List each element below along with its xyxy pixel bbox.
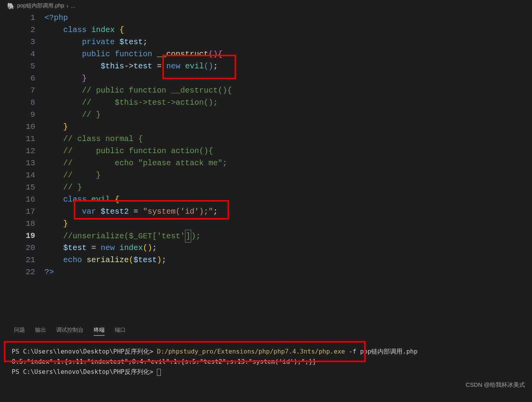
code-line: echo serialize($test); — [44, 254, 532, 266]
line-number: 8 — [0, 96, 35, 109]
terminal-prompt: PS C:\Users\lenovo\Desktop\PHP反序列化> — [12, 368, 157, 375]
code-line: var $test2 = "system('id');"; — [44, 205, 532, 218]
bottom-panel: 问题 输出 调试控制台 终端 端口 PS C:\Users\lenovo\Des… — [0, 327, 532, 377]
line-number: 11 — [0, 133, 35, 145]
code-line: // class normal { — [44, 133, 532, 145]
code-line: } — [44, 72, 532, 84]
code-line: private $test; — [44, 36, 532, 48]
cursor-box: ] — [185, 230, 191, 243]
breadcrumb-sep: › — [67, 3, 69, 9]
code-line: <?php — [44, 12, 532, 24]
terminal-args: -f pop链内部调用.php — [345, 348, 418, 355]
code-line: // } — [44, 169, 532, 181]
line-number: 12 — [0, 145, 35, 157]
code-line: } — [44, 121, 532, 133]
tab-ports[interactable]: 端口 — [115, 327, 126, 336]
line-number: 9 — [0, 109, 35, 121]
code-line: class index { — [44, 24, 532, 36]
line-number: 15 — [0, 181, 35, 193]
line-number: 18 — [0, 218, 35, 230]
tab-terminal[interactable]: 终端 — [94, 327, 105, 336]
code-line: } — [44, 218, 532, 230]
line-number: 19 — [0, 230, 35, 242]
code-line: // $this->test->action(); — [44, 96, 532, 109]
code-line: // } — [44, 181, 532, 193]
code-area[interactable]: <?php class index { private $test; publi… — [44, 12, 532, 278]
line-number: 3 — [0, 36, 35, 48]
terminal-output: O:5:"index":1:{s:11:"indextest";O:4:"evi… — [12, 358, 316, 365]
code-line: ?> — [44, 266, 532, 278]
panel-tabs: 问题 输出 调试控制台 终端 端口 — [0, 327, 532, 339]
breadcrumb-file[interactable]: pop链内部调用.php — [17, 2, 64, 9]
code-line: $test = new index(); — [44, 242, 532, 254]
code-line: // echo "please attack me"; — [44, 157, 532, 169]
line-gutter: 1 2 3 4 5 6 7 8 9 10 11 12 13 14 15 16 1… — [0, 12, 44, 278]
terminal-command: D:/phpstudy_pro/Extensions/php/php7.4.3n… — [157, 348, 345, 355]
tab-output[interactable]: 输出 — [35, 327, 46, 336]
terminal-prompt: PS C:\Users\lenovo\Desktop\PHP反序列化> — [12, 348, 157, 355]
line-number: 22 — [0, 266, 35, 278]
line-number: 5 — [0, 60, 35, 72]
line-number: 7 — [0, 84, 35, 96]
line-number: 10 — [0, 121, 35, 133]
terminal[interactable]: PS C:\Users\lenovo\Desktop\PHP反序列化> D:/p… — [0, 339, 532, 377]
watermark: CSDN @给我杯冰美式 — [466, 381, 525, 389]
breadcrumb: 🐘 pop链内部调用.php › ... — [0, 0, 532, 12]
tab-debug-console[interactable]: 调试控制台 — [56, 327, 84, 336]
code-line: // public function action(){ — [44, 145, 532, 157]
line-number: 2 — [0, 24, 35, 36]
line-number: 1 — [0, 12, 35, 24]
tab-problems[interactable]: 问题 — [14, 327, 25, 336]
line-number: 20 — [0, 242, 35, 254]
line-number: 16 — [0, 193, 35, 205]
code-line: // } — [44, 109, 532, 121]
code-line: class evil { — [44, 193, 532, 205]
code-line: $this->test = new evil(); — [44, 60, 532, 72]
line-number: 17 — [0, 205, 35, 218]
line-number: 13 — [0, 157, 35, 169]
code-line: // public function __destruct(){ — [44, 84, 532, 96]
code-line: public function __construct(){ — [44, 48, 532, 60]
code-line: //unserialize($_GET['test']); — [44, 230, 532, 242]
terminal-cursor — [157, 369, 161, 376]
code-editor[interactable]: 1 2 3 4 5 6 7 8 9 10 11 12 13 14 15 16 1… — [0, 12, 532, 278]
line-number: 21 — [0, 254, 35, 266]
line-number: 4 — [0, 48, 35, 60]
php-icon: 🐘 — [7, 2, 15, 10]
line-number: 14 — [0, 169, 35, 181]
line-number: 6 — [0, 72, 35, 84]
breadcrumb-more[interactable]: ... — [71, 3, 75, 9]
